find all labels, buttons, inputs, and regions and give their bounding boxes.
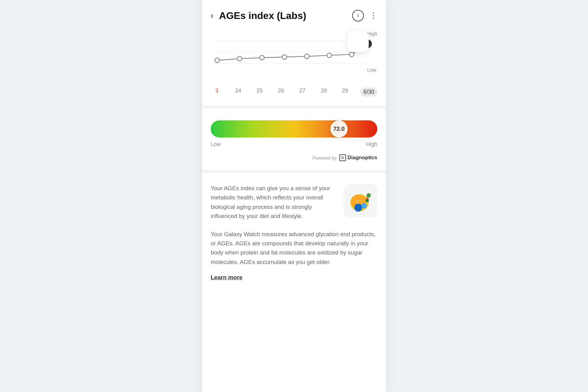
svg-point-19 (367, 193, 371, 198)
svg-point-5 (260, 55, 264, 60)
svg-point-9 (349, 52, 354, 57)
chart-tooltip (347, 31, 369, 52)
menu-icon[interactable]: ⋮ (369, 12, 377, 20)
section-divider-1 (202, 106, 386, 108)
learn-more-link[interactable]: Learn more (211, 274, 242, 281)
svg-point-8 (327, 53, 332, 58)
svg-point-17 (361, 203, 367, 209)
svg-point-6 (282, 55, 287, 59)
chart-wrapper: High Low (211, 31, 377, 86)
date-label-29: 29 (339, 88, 351, 96)
gauge-high-label: High (366, 141, 377, 148)
info-icon[interactable]: i (352, 10, 364, 21)
svg-point-4 (237, 56, 242, 61)
svg-rect-20 (366, 199, 369, 202)
page-title: AGEs index (Labs) (219, 10, 352, 21)
svg-point-13 (358, 200, 359, 201)
date-label-26: 26 (275, 88, 287, 96)
chart-area: High Low (202, 28, 386, 106)
svg-point-14 (360, 202, 361, 203)
info-paragraph-2: Your Galaxy Watch measures advanced glyc… (211, 230, 377, 267)
chart-low-label: Low (367, 67, 377, 73)
diagnoptics-icon: D (339, 154, 346, 161)
header: ‹ AGEs index (Labs) i ⋮ (202, 0, 386, 28)
info-paragraph-1: Your AGEs index can give you a sense of … (211, 184, 337, 221)
chart-high-label: High (367, 31, 377, 37)
date-label-25: 25 (254, 88, 266, 96)
gauge-bar-container: 72.0 (211, 120, 377, 138)
date-label-3: 3 (211, 88, 223, 96)
date-labels: 3 24 25 26 27 28 29 6/30 (211, 88, 377, 96)
info-illustration (344, 184, 377, 217)
gauge-section: 72.0 Low High Powered by D Diagnoptics (202, 108, 386, 170)
gauge-bar: 72.0 (211, 120, 377, 138)
svg-point-16 (354, 204, 362, 212)
date-label-630[interactable]: 6/30 (360, 88, 377, 96)
back-button[interactable]: ‹ (211, 11, 213, 20)
info-content: Your AGEs index can give you a sense of … (211, 184, 377, 221)
diagnoptics-brand: Diagnoptics (348, 155, 377, 161)
header-icons: i ⋮ (352, 10, 377, 21)
info-section: Your AGEs index can give you a sense of … (202, 173, 386, 296)
gauge-value: 72.0 (333, 126, 345, 132)
gauge-low-label: Low (211, 141, 221, 148)
gauge-labels: Low High (211, 141, 377, 148)
svg-point-3 (215, 58, 220, 62)
svg-point-15 (356, 202, 357, 203)
svg-point-7 (305, 54, 309, 58)
powered-by: Powered by D Diagnoptics (211, 154, 377, 161)
chart-right-labels: High Low (367, 31, 377, 74)
section-divider-2 (202, 170, 386, 173)
powered-by-label: Powered by (312, 155, 337, 160)
date-label-28: 28 (318, 88, 330, 96)
date-label-27: 27 (296, 88, 308, 96)
gauge-indicator: 72.0 (330, 120, 348, 138)
date-label-24: 24 (232, 88, 244, 96)
diagnoptics-logo: D Diagnoptics (339, 154, 377, 161)
illustration-svg (347, 187, 374, 214)
